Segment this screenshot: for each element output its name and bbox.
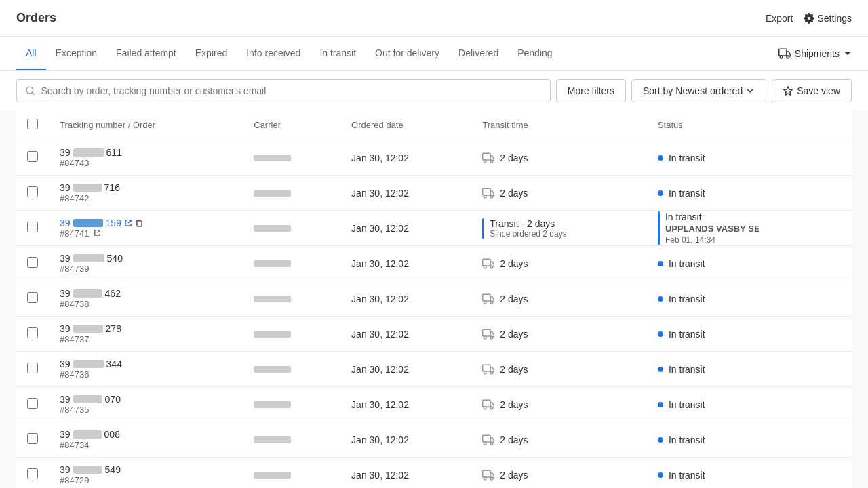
status-text: In transit [669,293,705,304]
tab-delivered[interactable]: Delivered [449,37,508,70]
order-link-icon[interactable] [94,229,101,237]
table-row: 39 159 #84741 Jan 30, 12:02 Transit - 2 … [16,211,852,246]
status-cell: In transit [658,293,841,304]
carrier-label [254,436,291,443]
status-cell: In transit [658,434,841,445]
order-number: #84738 [60,299,232,309]
ordered-date: Jan 30, 12:02 [340,211,471,246]
tab-pending[interactable]: Pending [508,37,561,70]
gear-icon [804,13,814,24]
table-row: 39549 #84729 Jan 30, 12:02 2 days In tra… [16,458,852,489]
row-checkbox[interactable] [27,398,38,409]
tab-info-received[interactable]: Info received [237,37,310,70]
transit-time: 2 days [482,363,636,375]
page-header: Orders Export Settings [0,0,868,37]
transit-days: 2 days [500,152,528,163]
row-checkbox[interactable] [27,468,38,479]
transit-time: 2 days [482,293,636,305]
svg-point-26 [490,371,493,374]
truck-small-icon [482,434,494,446]
select-all-checkbox[interactable] [27,119,38,129]
search-container[interactable] [16,79,551,102]
ordered-date: Jan 30, 12:02 [340,176,471,211]
svg-marker-5 [784,87,792,95]
more-filters-button[interactable]: More filters [556,79,626,102]
order-number: #84743 [60,158,232,168]
transit-days: 2 days [500,399,528,410]
table-row: 39611 #84743 Jan 30, 12:02 2 days In tra… [16,140,852,176]
tab-all[interactable]: All [16,37,46,70]
svg-line-4 [33,93,35,95]
row-checkbox[interactable] [27,151,38,162]
tab-exception[interactable]: Exception [46,37,106,70]
carrier-label [254,401,291,408]
search-input[interactable] [41,85,542,96]
svg-point-31 [484,442,487,445]
row-checkbox[interactable] [27,222,38,232]
status-cell: In transit [658,399,841,410]
tracking-number: 39540 [60,253,232,264]
sort-button[interactable]: Sort by Newest ordered [631,79,766,102]
order-number: #84741 [60,228,232,239]
transit-time: 2 days [482,469,636,481]
star-icon [783,86,793,96]
status-cell: In transit [658,152,841,163]
settings-button[interactable]: Settings [804,13,852,24]
status-text: In transit [669,188,705,199]
tracking-number: 39344 [60,359,232,369]
tab-expired[interactable]: Expired [186,37,237,70]
row-checkbox[interactable] [27,433,38,444]
table-header-row: Tracking number / Order Carrier Ordered … [16,110,852,140]
col-status: Status [647,110,852,140]
truck-small-icon [482,399,494,411]
tracking-number: 39549 [60,464,232,475]
tracking-number: 39278 [60,323,232,334]
transit-time: 2 days [482,187,636,199]
carrier-label [254,331,291,338]
tabs-container: All Exception Failed attempt Expired Inf… [16,37,562,70]
svg-rect-24 [483,365,490,371]
tab-in-transit[interactable]: In transit [310,37,366,70]
col-tracking: Tracking number / Order [49,110,243,140]
row-checkbox[interactable] [27,257,38,268]
export-button[interactable]: Export [766,13,793,24]
truck-small-icon [482,363,494,375]
status-dot [658,367,663,372]
ordered-date: Jan 30, 12:02 [340,317,471,352]
truck-small-icon [482,152,494,164]
status-text: In transit [669,364,705,375]
transit-days: 2 days [500,293,528,304]
status-dot [658,190,663,196]
transit-time: 2 days [482,258,636,270]
save-view-label: Save view [797,85,840,96]
shipments-button[interactable]: Shipments [778,42,852,65]
copy-icon[interactable] [135,219,143,227]
ordered-date: Jan 30, 12:02 [340,387,471,422]
svg-point-1 [780,56,783,58]
svg-point-23 [490,336,493,339]
settings-label: Settings [817,13,852,24]
col-transit-time: Transit time [471,110,647,140]
status-text: In transit [669,470,705,481]
transit-sub: Since ordered 2 days [490,229,566,239]
svg-point-32 [490,442,493,445]
row-checkbox[interactable] [27,186,38,197]
truck-small-icon [482,469,494,481]
svg-rect-18 [483,294,490,301]
tab-out-for-delivery[interactable]: Out for delivery [366,37,449,70]
svg-point-28 [484,407,487,409]
tab-failed-attempt[interactable]: Failed attempt [106,37,186,70]
row-checkbox[interactable] [27,327,38,338]
status-cell: In transit [658,364,841,375]
status-dot [658,155,663,161]
svg-rect-15 [483,259,490,266]
status-dot [658,472,663,478]
external-link-icon[interactable] [124,219,132,227]
row-checkbox[interactable] [27,292,38,303]
svg-point-34 [484,477,487,480]
svg-point-20 [490,301,493,304]
save-view-button[interactable]: Save view [772,79,852,102]
row-checkbox[interactable] [27,363,38,373]
tracking-number: 39008 [60,429,232,440]
table-row: 39716 #84742 Jan 30, 12:02 2 days In tra… [16,176,852,211]
